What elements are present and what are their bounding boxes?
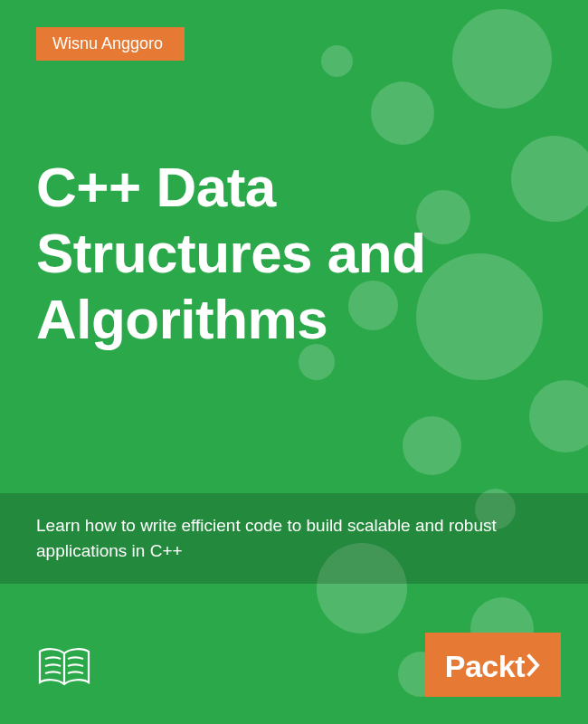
author-name: Wisnu Anggoro — [52, 34, 163, 52]
book-icon — [36, 646, 92, 690]
book-title: C++ DataStructures andAlgorithms — [36, 154, 552, 352]
publisher-badge: Packt — [425, 633, 561, 697]
subtitle-band: Learn how to write efficient code to bui… — [0, 493, 588, 584]
publisher-name: Packt — [445, 649, 525, 684]
chevron-right-icon — [526, 653, 541, 681]
author-badge: Wisnu Anggoro — [36, 27, 185, 61]
book-cover: Wisnu Anggoro C++ DataStructures andAlgo… — [0, 0, 588, 724]
book-subtitle: Learn how to write efficient code to bui… — [36, 513, 552, 563]
decorative-bubbles — [244, 0, 588, 724]
